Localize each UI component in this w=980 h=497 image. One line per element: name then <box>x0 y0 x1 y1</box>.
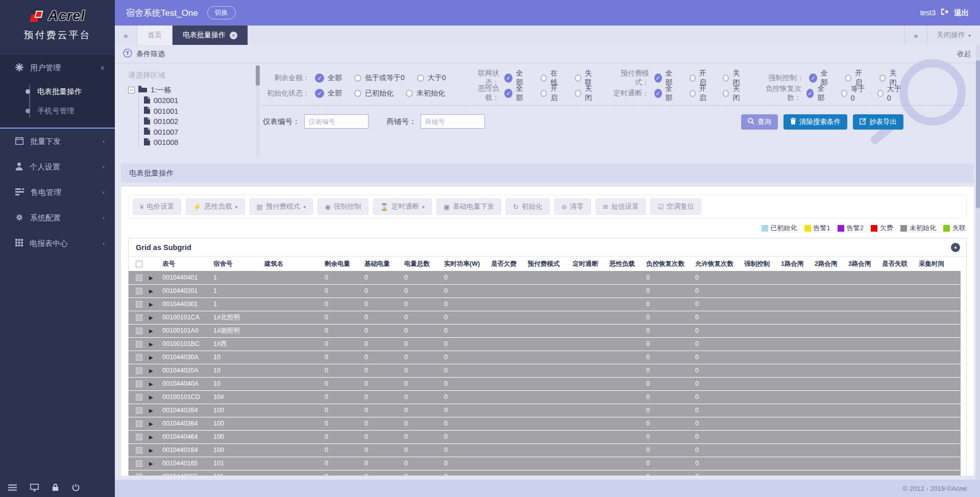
tab-meter-batch[interactable]: 电表批量操作 × <box>173 26 248 45</box>
tree-node-room[interactable]: 001001 <box>139 106 260 117</box>
短信设置-button[interactable]: ✉短信设置 <box>596 198 646 215</box>
col-header-剩余电量[interactable]: 剩余电量 <box>323 257 362 271</box>
tree-collapse-icon[interactable]: − <box>128 87 135 93</box>
sidebar-item-批量下发[interactable]: 批量下发‹ <box>0 129 115 154</box>
查询-button[interactable]: 查询 <box>741 114 778 130</box>
sidebar-item-系统配置[interactable]: 系统配置‹ <box>0 205 115 231</box>
radio-unchecked-icon[interactable] <box>541 74 547 82</box>
col-header-电量总数[interactable]: 电量总数 <box>402 257 442 271</box>
power-icon[interactable] <box>72 484 80 493</box>
radio-unchecked-icon[interactable] <box>690 74 696 82</box>
radio-checked-icon[interactable]: ✓ <box>504 73 512 83</box>
row-checkbox[interactable] <box>136 474 142 476</box>
radio-定时通断-全部[interactable]: ✓全部 <box>654 84 677 103</box>
抄表导出-button[interactable]: 抄表导出 <box>853 114 903 130</box>
close-operations-menu[interactable]: 关闭操作▾ <box>927 26 980 45</box>
row-checkbox[interactable] <box>136 275 142 281</box>
sidebar-item-售电管理[interactable]: 售电管理‹ <box>0 180 115 205</box>
radio-unchecked-icon[interactable] <box>723 74 729 82</box>
radio-checked-icon[interactable]: ✓ <box>315 73 324 83</box>
expand-row-icon[interactable]: ▶ <box>149 288 153 294</box>
sidebar-item-用户管理[interactable]: 用户管理∨ <box>0 55 115 81</box>
radio-checked-icon[interactable]: ✓ <box>315 89 324 98</box>
expand-row-icon[interactable]: ▶ <box>149 355 153 360</box>
logout-icon[interactable] <box>941 8 949 17</box>
col-header-2路合闸[interactable]: 2路合闸 <box>813 257 846 271</box>
仪表编号-input[interactable] <box>304 114 369 129</box>
电价设置-button[interactable]: ¥电价设置 <box>133 198 181 215</box>
row-checkbox[interactable] <box>136 407 142 414</box>
col-header-是否欠费[interactable]: 是否欠费 <box>489 257 526 271</box>
expand-row-icon[interactable]: ▶ <box>149 394 153 400</box>
tree-node-room[interactable]: 001007 <box>139 127 260 138</box>
col-header-是否失联[interactable]: 是否失联 <box>880 257 917 271</box>
radio-unchecked-icon[interactable] <box>877 90 884 97</box>
radio-unchecked-icon[interactable] <box>354 90 361 97</box>
radio-unchecked-icon[interactable] <box>879 74 886 82</box>
row-checkbox[interactable] <box>136 460 142 467</box>
基础电量下发-button[interactable]: ▣基础电量下发 <box>436 198 501 215</box>
tree-node-building[interactable]: − 1:一栋 <box>121 84 260 95</box>
row-checkbox[interactable] <box>136 341 142 347</box>
lock-icon[interactable] <box>52 484 59 493</box>
sidebar-item-电报表中心[interactable]: 电报表中心‹ <box>0 231 115 256</box>
row-checkbox[interactable] <box>136 447 142 454</box>
tree-node-room[interactable]: 001008 <box>139 137 260 148</box>
page-scrollbar-thumb[interactable] <box>976 60 980 208</box>
expand-row-icon[interactable]: ▶ <box>149 448 153 453</box>
radio-unchecked-icon[interactable] <box>406 90 413 97</box>
radio-负控恢复次数-全部[interactable]: ✓全部 <box>806 84 829 103</box>
col-header-建筑名[interactable]: 建筑名 <box>262 257 323 271</box>
radio-unchecked-icon[interactable] <box>723 90 729 97</box>
radio-unchecked-icon[interactable] <box>575 74 581 82</box>
row-checkbox[interactable] <box>136 434 142 440</box>
radio-unchecked-icon[interactable] <box>841 90 847 97</box>
expand-row-icon[interactable]: ▶ <box>149 434 153 440</box>
row-checkbox[interactable] <box>136 288 142 294</box>
radio-初始化状态-全部[interactable]: ✓全部 <box>315 89 342 98</box>
sidebar-item-个人设置[interactable]: 个人设置‹ <box>0 154 115 180</box>
radio-unchecked-icon[interactable] <box>575 90 581 97</box>
radio-unchecked-icon[interactable] <box>845 74 851 82</box>
expand-row-icon[interactable]: ▶ <box>149 381 153 387</box>
radio-恶性负载-全部[interactable]: ✓全部 <box>504 84 528 103</box>
sidebar-subitem-手机号管理[interactable]: 手机号管理 <box>0 101 115 120</box>
expand-row-icon[interactable]: ▶ <box>149 368 153 374</box>
row-checkbox[interactable] <box>136 354 142 361</box>
col-header-表号[interactable]: 表号 <box>160 257 211 271</box>
col-header-3路合闸[interactable]: 3路合闸 <box>846 257 880 271</box>
radio-负控恢复次数-大于0[interactable]: 大于0 <box>877 85 901 102</box>
radio-初始化状态-未初始化[interactable]: 未初始化 <box>406 89 445 98</box>
tree-node-room[interactable]: 001002 <box>139 116 260 127</box>
expand-row-icon[interactable]: ▶ <box>149 302 153 307</box>
col-header-恶性负载[interactable]: 恶性负载 <box>607 257 644 271</box>
col-header-负控恢复次数[interactable]: 负控恢复次数 <box>644 257 693 271</box>
预付费模式-button[interactable]: ▤预付费模式▾ <box>250 198 313 215</box>
col-header-预付费模式[interactable]: 预付费模式 <box>526 257 571 271</box>
expand-row-icon[interactable]: ▶ <box>149 315 153 320</box>
col-header-宿舍号[interactable]: 宿舍号 <box>211 257 262 271</box>
商铺号-input[interactable] <box>421 114 485 129</box>
tabs-scroll-left[interactable]: « <box>115 26 137 45</box>
radio-unchecked-icon[interactable] <box>541 90 547 97</box>
radio-checked-icon[interactable]: ✓ <box>654 73 662 83</box>
select-all-checkbox[interactable] <box>136 261 142 267</box>
grid-collapse-icon[interactable]: ▲ <box>951 243 960 252</box>
tab-home[interactable]: 首页 <box>137 26 173 45</box>
恶性负载-button[interactable]: ⚡恶性负载▾ <box>186 198 244 215</box>
tree-scrollbar[interactable] <box>256 65 260 158</box>
radio-剩余金额-低于或等于0[interactable]: 低于或等于0 <box>354 73 405 83</box>
row-checkbox[interactable] <box>136 301 142 308</box>
radio-unchecked-icon[interactable] <box>354 74 361 82</box>
radio-定时通断-开启[interactable]: 开启 <box>690 84 711 103</box>
page-scrollbar[interactable] <box>976 45 980 480</box>
monitor-icon[interactable] <box>30 484 39 493</box>
强制控制-button[interactable]: ◉强制控制 <box>317 198 368 215</box>
row-checkbox[interactable] <box>136 328 142 334</box>
radio-恶性负载-关闭[interactable]: 关闭 <box>575 84 597 103</box>
expand-row-icon[interactable]: ▶ <box>149 421 153 427</box>
col-header-定时通断[interactable]: 定时通断 <box>571 257 607 271</box>
radio-checked-icon[interactable]: ✓ <box>654 89 662 98</box>
tabs-scroll-right[interactable]: » <box>904 26 927 45</box>
radio-负控恢复次数-等于0[interactable]: 等于0 <box>841 85 865 102</box>
